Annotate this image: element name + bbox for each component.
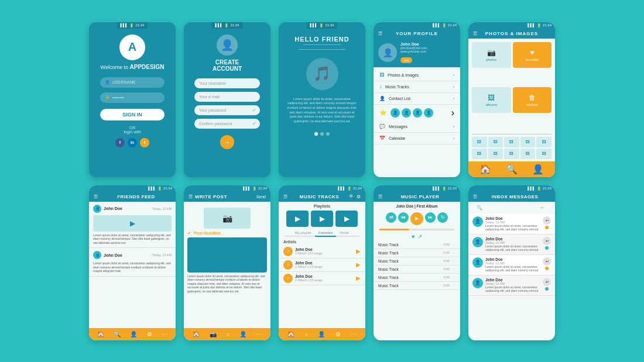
- more-icon[interactable]: ⋯: [162, 331, 167, 337]
- home-icon[interactable]: 🏠: [287, 331, 294, 337]
- edit-button[interactable]: edit: [400, 57, 412, 63]
- reply-button-1[interactable]: ↩: [543, 216, 551, 225]
- settings-icon[interactable]: ⚙: [147, 331, 152, 337]
- thumb-2[interactable]: 🖼: [488, 137, 503, 147]
- reply-button-2[interactable]: ↩: [543, 237, 551, 245]
- play-pause-button[interactable]: ▶: [410, 212, 423, 225]
- track-1[interactable]: Music Track 0:00 ···: [374, 241, 460, 249]
- menu-icon[interactable]: ☰: [94, 194, 98, 199]
- menu-icon[interactable]: ☰: [283, 194, 287, 199]
- message-4[interactable]: 👤 John Doe Today, 12 AM Lorem ipsum dolo…: [468, 275, 555, 296]
- share-icon[interactable]: ↗: [417, 233, 422, 240]
- more-icon[interactable]: ···: [452, 267, 455, 271]
- image-upload-placeholder[interactable]: 📷: [204, 208, 251, 229]
- reply-button-4[interactable]: ↩: [543, 278, 551, 286]
- deleted-cell[interactable]: 🗑 deleted: [513, 87, 552, 113]
- reply-button-3[interactable]: ↩: [543, 257, 551, 266]
- settings-icon[interactable]: ⚙: [335, 331, 341, 337]
- menu-item-contacts[interactable]: 👤 Contact List ›: [374, 93, 460, 105]
- email-field[interactable]: Your e-mail: [194, 92, 260, 102]
- thumb-3[interactable]: 🖼: [504, 137, 519, 147]
- more-icon[interactable]: ⋯: [351, 331, 357, 337]
- password-field[interactable]: 🔒 ••••••••: [100, 92, 165, 103]
- send-button[interactable]: Send: [256, 195, 266, 199]
- menu-icon[interactable]: ☰: [378, 31, 382, 36]
- music-icon[interactable]: ♪: [227, 331, 229, 337]
- prev-button[interactable]: ⏮: [398, 212, 409, 223]
- camera-icon[interactable]: 📷: [210, 331, 217, 337]
- thumb-5[interactable]: 🖼: [536, 137, 551, 147]
- menu-icon[interactable]: ☰: [473, 194, 477, 199]
- playlist-item-2[interactable]: ▶: [311, 211, 333, 227]
- shuffle-button[interactable]: ⇄: [386, 212, 396, 223]
- menu-item-photos[interactable]: 🖼 Photos & Images ›: [374, 70, 460, 81]
- menu-item-calendar[interactable]: 📅 Calendar ›: [374, 133, 460, 144]
- person-icon[interactable]: 👤: [130, 331, 137, 337]
- more-icon[interactable]: ···: [452, 243, 455, 247]
- home-icon[interactable]: 🏠: [97, 331, 104, 337]
- thumb-1[interactable]: 🖼: [472, 137, 487, 147]
- nickname-field[interactable]: Your nickname: [194, 78, 260, 88]
- track-4[interactable]: Music Track 0:00 ···: [374, 266, 460, 274]
- track-2[interactable]: Music Track 0:00 ···: [374, 249, 460, 257]
- artist-item-1[interactable]: ♪ John Doe 1 Album | 23 songs ▶: [279, 245, 365, 258]
- tab-writer[interactable]: Writer: [336, 230, 352, 236]
- dot-3[interactable]: [326, 132, 330, 136]
- dot-1[interactable]: [314, 132, 318, 136]
- artist-item-2[interactable]: ♪ John Doe 1 Album | 23 songs ▶: [279, 258, 365, 272]
- search-icon[interactable]: 🔍: [506, 164, 518, 175]
- track-3[interactable]: Music Track 0:00 ···: [374, 257, 460, 266]
- person-icon[interactable]: 👤: [239, 331, 246, 337]
- play-button-1[interactable]: ▶: [356, 248, 361, 254]
- search-icon[interactable]: 🔍: [114, 331, 121, 337]
- tab-favorites[interactable]: Favorites: [315, 230, 337, 237]
- message-1[interactable]: 👤 John Doe Today, 12 AM Lorem ipsum dolo…: [468, 214, 555, 235]
- repeat-button[interactable]: ↻: [437, 212, 448, 223]
- edit-icon[interactable]: ✏: [540, 205, 544, 211]
- thumb-6[interactable]: 🖼: [472, 149, 487, 159]
- more-icon[interactable]: ···: [452, 284, 455, 288]
- next-button[interactable]: →: [220, 135, 234, 149]
- track-6[interactable]: Music Track 0:00 ···: [374, 282, 460, 290]
- menu-icon[interactable]: ☰: [189, 194, 193, 199]
- menu-item-music[interactable]: ♪ Music Tracks ›: [374, 81, 460, 93]
- photos-cell[interactable]: 📷 photos: [472, 42, 511, 68]
- more-icon[interactable]: ···: [452, 275, 455, 280]
- thumb-4[interactable]: 🖼: [520, 137, 536, 147]
- play-button-2[interactable]: ▶: [356, 261, 361, 268]
- username-field[interactable]: 👤 USERNAME: [100, 77, 165, 88]
- thumb-10[interactable]: 🖼: [536, 149, 551, 159]
- track-5[interactable]: Music Track 0:00 ···: [374, 274, 460, 282]
- albums-cell[interactable]: 🖼 albums: [472, 87, 511, 113]
- search-bar[interactable]: 🔍 Search ✏: [472, 204, 551, 212]
- more-icon[interactable]: ⋯: [256, 331, 262, 337]
- menu-icon[interactable]: ☰: [473, 31, 477, 36]
- playlist-item-3[interactable]: ▶: [335, 211, 358, 227]
- menu-icon[interactable]: ☰: [378, 194, 382, 199]
- music-icon[interactable]: ♪: [304, 331, 307, 337]
- search-icon[interactable]: 🔍: [349, 194, 355, 199]
- password-field[interactable]: Your password ✓: [194, 105, 260, 115]
- person-icon[interactable]: 👤: [532, 164, 544, 175]
- home-icon[interactable]: 🏠: [479, 164, 491, 175]
- more-icon[interactable]: ···: [452, 251, 455, 255]
- linkedin-button[interactable]: in: [128, 138, 137, 147]
- home-icon[interactable]: 🏠: [193, 331, 200, 337]
- play-icon[interactable]: ▶: [130, 219, 135, 227]
- twitter-button[interactable]: t: [140, 138, 149, 147]
- message-2[interactable]: 👤 John Doe Today, 12 AM Lorem ipsum dolo…: [468, 235, 555, 255]
- next-button[interactable]: ⏭: [425, 212, 436, 223]
- thumb-8[interactable]: 🖼: [504, 149, 519, 159]
- dot-2[interactable]: [320, 132, 324, 136]
- play-button-3[interactable]: ▶: [356, 275, 361, 281]
- confirm-field[interactable]: Confirm password ✓: [194, 119, 260, 129]
- thumb-9[interactable]: 🖼: [520, 149, 536, 159]
- progress-bar[interactable]: [379, 229, 454, 230]
- facebook-button[interactable]: f: [115, 138, 125, 147]
- menu-item-messages[interactable]: 💬 Messages ›: [374, 121, 460, 133]
- favorites-cell[interactable]: ♥ favorites: [513, 42, 552, 68]
- message-3[interactable]: 👤 John Doe Today, 12 AM Lorem ipsum dolo…: [468, 255, 555, 275]
- artist-item-3[interactable]: ♪ John Doe 1 Album | 23 songs ▶: [279, 272, 365, 285]
- playlist-item-1[interactable]: ▶: [286, 211, 309, 227]
- heart-icon[interactable]: ♥: [412, 233, 415, 240]
